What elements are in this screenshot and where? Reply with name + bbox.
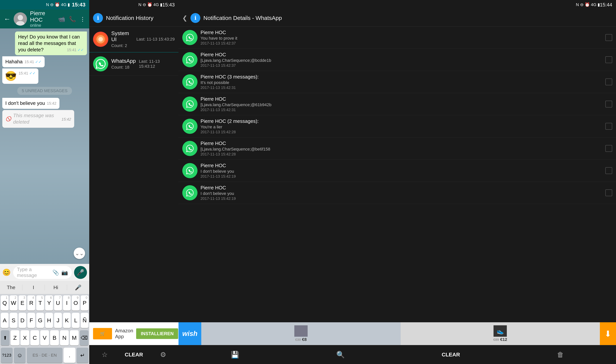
key-w[interactable]: 2W — [10, 295, 17, 311]
key-u[interactable]: 7U — [54, 295, 62, 311]
detail-checkbox[interactable] — [605, 123, 612, 130]
key-p[interactable]: 0P — [81, 295, 88, 311]
key-h[interactable]: H — [45, 313, 53, 328]
key-l[interactable]: L — [72, 313, 80, 328]
wish-brand: wish — [179, 322, 201, 345]
back-button[interactable]: ← — [4, 15, 11, 23]
key-y[interactable]: 6Y — [45, 295, 53, 311]
key-n[interactable]: N — [60, 330, 69, 345]
whatsapp-last: Last: 11-13 15:43:12 — [139, 59, 175, 69]
key-x[interactable]: X — [20, 330, 29, 345]
period-key[interactable]: . — [64, 348, 76, 363]
notif-item-system-ui[interactable]: System UI Count: 2 Last: 11-13 15:43:29 — [89, 26, 179, 52]
key-z[interactable]: Z — [11, 330, 19, 345]
whatsapp-count: Count: 18 — [111, 65, 136, 70]
shift-key[interactable]: ⬆ — [1, 330, 10, 345]
star-icon[interactable]: ☆ — [102, 351, 108, 359]
ad-original-price-2: €89 — [493, 338, 499, 342]
message-input-placeholder: Type a message — [17, 267, 50, 278]
detail-item-body: I don't believe you — [200, 191, 602, 196]
detail-item[interactable]: Pierre HOC (3 messages): It's not possib… — [179, 71, 616, 93]
detail-checkbox[interactable] — [605, 101, 612, 107]
emoji-key[interactable]: ☺ — [14, 348, 26, 363]
ad-banner[interactable]: 🛒 Amazon App INSTALLIEREN — [89, 322, 179, 345]
message-input-field[interactable]: Type a message 📎 📷 — [13, 266, 72, 279]
system-ui-name: System UI — [111, 30, 133, 42]
key-k[interactable]: K — [63, 313, 71, 328]
detail-item-title: Pierre HOC (3 messages): — [200, 74, 602, 80]
key-d[interactable]: D — [19, 313, 26, 328]
voice-call-icon[interactable]: 📞 — [69, 16, 76, 22]
detail-checkbox[interactable] — [605, 189, 612, 196]
detail-item[interactable]: Pierre HOC I don't believe you 2017-11-1… — [179, 160, 616, 182]
detail-ad-banner[interactable]: wish €30 €8 👟 €89 €12 ⬇ — [179, 322, 616, 345]
detail-item[interactable]: Pierre HOC [Ljava.lang.CharSequence;@61b… — [179, 93, 616, 115]
download-button[interactable]: ⬇ — [600, 322, 616, 345]
search-icon[interactable]: 🔍 — [336, 351, 345, 359]
clear-button[interactable]: CLEAR — [125, 352, 143, 358]
key-m[interactable]: M — [70, 330, 79, 345]
key-c[interactable]: C — [30, 330, 39, 345]
detail-checkbox[interactable] — [605, 34, 612, 41]
detail-checkbox[interactable] — [605, 167, 612, 174]
camera-icon[interactable]: 📷 — [61, 269, 68, 276]
detail-checkbox[interactable] — [605, 56, 612, 63]
video-call-icon[interactable]: 📹 — [58, 16, 65, 22]
key-b[interactable]: B — [50, 330, 59, 345]
back-button[interactable]: ❮ — [182, 14, 187, 22]
detail-item[interactable]: Pierre HOC (2 messages): You're a lier 2… — [179, 115, 616, 137]
notif-item-whatsapp[interactable]: WhatsApp Count: 18 Last: 11-13 15:43:12 — [89, 52, 179, 76]
message-text: Hahaha — [5, 59, 23, 65]
settings-icon[interactable]: ⚙ — [160, 351, 166, 359]
detail-item[interactable]: Pierre HOC I don't believe you 2017-11-1… — [179, 182, 616, 204]
attach-icon[interactable]: 📎 — [52, 269, 59, 276]
mic-suggestion-icon[interactable]: 🎤 — [67, 284, 89, 291]
clear-button[interactable]: CLEAR — [442, 352, 460, 358]
detail-checkbox[interactable] — [605, 145, 612, 152]
key-j[interactable]: J — [54, 313, 62, 328]
trash-icon[interactable]: 🗑 — [557, 351, 564, 359]
suggestion-i[interactable]: I — [22, 285, 45, 290]
mic-button[interactable]: 🎤 — [74, 266, 87, 279]
key-n-tilde[interactable]: Ñ — [81, 313, 88, 328]
backspace-key[interactable]: ⌫ — [80, 330, 88, 345]
contact-status: online — [30, 23, 55, 28]
detail-item-body: [Ljava.lang.CharSequence;@be6f158 — [200, 147, 602, 152]
install-button[interactable]: INSTALLIEREN — [136, 328, 178, 339]
chat-header-icons: 📹 📞 ⋮ — [58, 16, 85, 22]
suggestion-hi[interactable]: Hi — [45, 285, 67, 290]
save-icon[interactable]: 💾 — [231, 351, 239, 359]
key-v[interactable]: V — [40, 330, 49, 345]
language-key[interactable]: ES · DE · EN — [27, 348, 62, 363]
key-i[interactable]: 8I — [63, 295, 71, 311]
key-e[interactable]: 3E — [19, 295, 26, 311]
numbers-key[interactable]: ?123 — [1, 348, 13, 363]
detail-checkbox[interactable] — [605, 78, 612, 85]
enter-key[interactable]: ↵ — [77, 348, 88, 363]
detail-item-time: 2017-11-13 15:42:37 — [200, 41, 602, 46]
detail-item[interactable]: Pierre HOC [Ljava.lang.CharSequence;@bcd… — [179, 49, 616, 71]
key-t[interactable]: 5T — [36, 295, 44, 311]
key-f[interactable]: F — [27, 313, 35, 328]
key-num: 7 — [59, 296, 61, 299]
deleted-message-text: This message was deleted — [13, 112, 58, 125]
message-text: I don't believe you — [5, 100, 45, 106]
key-s[interactable]: S — [10, 313, 17, 328]
system-ui-count: Count: 2 — [111, 43, 133, 48]
scroll-down-button[interactable]: ⌄⌄ — [74, 247, 85, 259]
key-a[interactable]: A — [1, 313, 9, 328]
more-options-icon[interactable]: ⋮ — [80, 16, 85, 22]
notification-history-panel: N ⊖ ⏰ 4G ▮ 15:43 ℹ Notification History — [89, 0, 179, 364]
det-header: ❮ ℹ Notification Details - WhatsApp — [179, 10, 616, 26]
chat-header: ← Pierre HOC online 📹 📞 ⋮ — [0, 10, 89, 28]
suggestion-the[interactable]: The — [0, 285, 22, 290]
key-o[interactable]: 9O — [72, 295, 80, 311]
key-g[interactable]: G — [36, 313, 44, 328]
detail-item[interactable]: Pierre HOC You have to prove it 2017-11-… — [179, 26, 616, 49]
emoji-button[interactable]: 😊 — [2, 268, 11, 276]
detail-item-info: Pierre HOC (2 messages): You're a lier 2… — [200, 118, 602, 134]
key-q[interactable]: 1Q — [1, 295, 9, 311]
detail-item[interactable]: Pierre HOC [Ljava.lang.CharSequence;@be6… — [179, 137, 616, 160]
key-r[interactable]: 4R — [27, 295, 35, 311]
mic-icon: 🎤 — [77, 269, 84, 276]
